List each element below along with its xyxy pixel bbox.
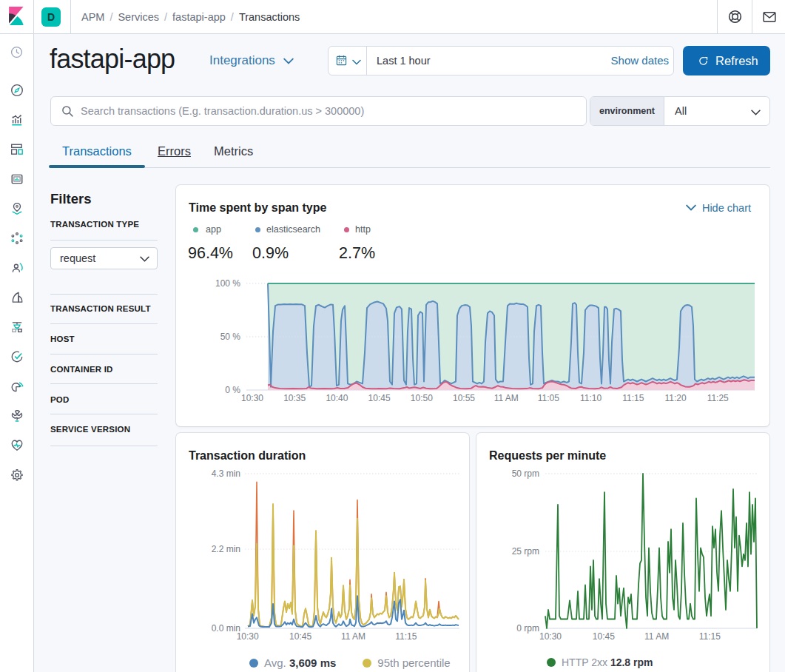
svg-text:11 AM: 11 AM [341,631,365,642]
svg-text:11:15: 11:15 [699,631,721,642]
svg-text:10:45: 10:45 [368,393,391,403]
svg-text:2.2 min: 2.2 min [212,544,240,554]
svg-text:50 rpm: 50 rpm [512,468,539,479]
svg-text:11:15: 11:15 [395,631,417,642]
svg-text:11:15: 11:15 [622,393,644,403]
svg-text:10:30: 10:30 [241,393,263,403]
svg-text:4.3 min: 4.3 min [212,468,240,479]
svg-text:11:25: 11:25 [707,393,729,403]
svg-text:11 AM: 11 AM [494,393,519,403]
svg-text:10:40: 10:40 [326,393,348,403]
svg-text:11:10: 11:10 [580,393,602,403]
svg-text:0 rpm: 0 rpm [516,623,539,634]
svg-text:10:50: 10:50 [411,393,433,403]
svg-text:11 AM: 11 AM [644,631,669,642]
svg-text:11:05: 11:05 [538,393,559,403]
svg-text:10:55: 10:55 [453,393,475,403]
svg-text:50 %: 50 % [220,332,241,342]
svg-text:10:45: 10:45 [289,631,311,642]
svg-text:10:35: 10:35 [283,393,306,403]
svg-text:11:20: 11:20 [664,393,686,403]
svg-text:25 rpm: 25 rpm [512,546,539,557]
svg-text:100 %: 100 % [215,278,240,289]
svg-text:10:45: 10:45 [593,631,615,642]
svg-text:0 %: 0 % [225,385,240,395]
svg-text:10:30: 10:30 [237,631,259,642]
svg-text:10:30: 10:30 [539,631,562,642]
